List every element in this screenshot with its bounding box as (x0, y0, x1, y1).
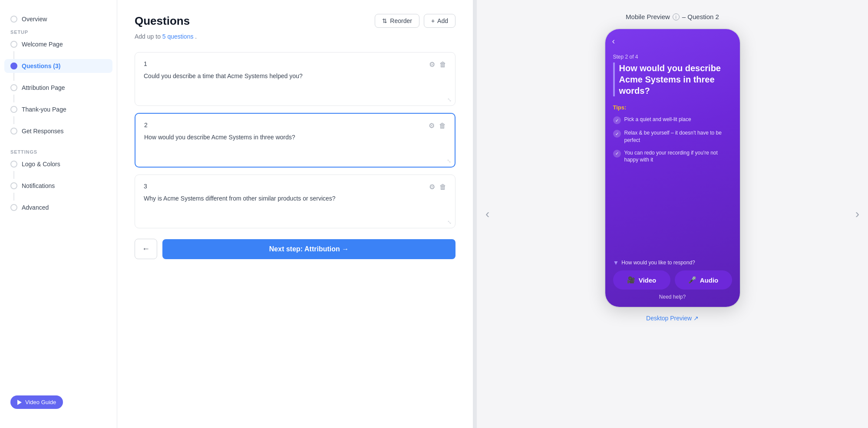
phone-video-button[interactable]: 🎥 Video (613, 270, 670, 290)
desktop-preview-link[interactable]: Desktop Preview ↗ (646, 315, 699, 322)
logo-colors-circle (10, 161, 17, 168)
preview-question-indicator: – Question 2 (682, 13, 719, 20)
phone-need-help: Need help? (613, 294, 732, 300)
next-button[interactable]: Next step: Attribution → (162, 239, 455, 259)
tip-text-3: You can redo your recording if you're no… (624, 149, 732, 164)
info-icon[interactable]: i (673, 13, 680, 20)
advanced-circle (10, 204, 17, 211)
sidebar-item-advanced[interactable]: Advanced (0, 201, 117, 214)
connector-1 (13, 51, 14, 59)
sidebar-item-logo-colors[interactable]: Logo & Colors (0, 157, 117, 171)
phone-screen: ‹ Step 2 of 4 How would you describe Acm… (605, 29, 740, 307)
settings-icon-3[interactable]: ⚙ (429, 183, 435, 191)
welcome-circle (10, 41, 17, 48)
preview-nav-left[interactable]: ‹ (481, 203, 494, 225)
audio-btn-label: Audio (700, 277, 719, 284)
back-button[interactable]: ← (135, 239, 157, 259)
phone-question-title: How would you describe Acme Systems in t… (613, 63, 732, 96)
phone-respond-label: ▼ How would you like to respond? (613, 259, 732, 266)
delete-icon-2[interactable]: 🗑 (439, 122, 446, 130)
question-1-text[interactable]: Could you describe a time that Acme Syst… (144, 72, 446, 98)
tip-text-2: Relax & be yourself – it doesn't have to… (624, 129, 732, 144)
resize-handle-1[interactable]: ⤡ (447, 97, 452, 103)
tip-check-3 (613, 150, 621, 158)
sidebar-item-notifications[interactable]: Notifications (0, 179, 117, 193)
preview-header-text: Mobile Preview (626, 13, 670, 20)
connector-6 (13, 193, 14, 201)
resize-handle-2[interactable]: ⤡ (447, 158, 451, 164)
delete-icon-3[interactable]: 🗑 (439, 183, 446, 191)
question-2-number: 2 (144, 122, 148, 128)
question-3-text[interactable]: Why is Acme Systems different from other… (144, 194, 446, 220)
attribution-circle (10, 84, 17, 91)
question-2-icons: ⚙ 🗑 (429, 122, 446, 130)
sidebar-item-overview[interactable]: Overview (0, 12, 117, 26)
connector-5 (13, 171, 14, 179)
phone-buttons: 🎥 Video 🎤 Audio (613, 270, 732, 290)
main-header: Questions ⇅ Reorder + Add (135, 14, 455, 28)
sidebar-item-get-responses[interactable]: Get Responses (0, 124, 117, 138)
tip-check-1 (613, 116, 621, 124)
respond-arrow-icon: ▼ (613, 259, 619, 266)
connector-3 (13, 95, 14, 102)
header-actions: ⇅ Reorder + Add (375, 14, 455, 28)
phone-respond-section: ▼ How would you like to respond? 🎥 Video… (613, 255, 732, 300)
welcome-label: Welcome Page (22, 41, 63, 48)
sidebar-bottom: Video Guide (0, 388, 117, 416)
question-3-header: 3 ⚙ 🗑 (144, 183, 446, 194)
question-2-text[interactable]: How would you describe Acme Systems in t… (144, 133, 446, 159)
get-responses-label: Get Responses (22, 128, 64, 135)
settings-icon-1[interactable]: ⚙ (429, 60, 435, 69)
reorder-icon: ⇅ (382, 17, 387, 24)
overview-circle (10, 16, 17, 23)
reorder-button[interactable]: ⇅ Reorder (375, 14, 419, 28)
advanced-label: Advanced (22, 204, 49, 211)
get-responses-circle (10, 128, 17, 135)
video-btn-label: Video (639, 277, 657, 284)
thankyou-circle (10, 106, 17, 113)
main-content: Questions ⇅ Reorder + Add Add up to 5 qu… (117, 0, 473, 428)
bottom-nav: ← Next step: Attribution → (135, 239, 455, 259)
phone-tips-label: Tips: (613, 104, 732, 111)
preview-header: Mobile Preview i – Question 2 (626, 13, 719, 20)
sidebar: Overview SETUP Welcome Page Questions (3… (0, 0, 117, 428)
subtitle-end: . (195, 33, 197, 40)
attribution-label: Attribution Page (22, 84, 65, 91)
question-card-2: 2 ⚙ 🗑 How would you describe Acme System… (135, 113, 455, 168)
video-icon: 🎥 (627, 276, 635, 284)
sidebar-item-welcome[interactable]: Welcome Page (0, 37, 117, 51)
settings-icon-2[interactable]: ⚙ (429, 122, 435, 130)
resize-handle-3[interactable]: ⤡ (447, 219, 452, 225)
phone-audio-button[interactable]: 🎤 Audio (675, 270, 732, 290)
delete-icon-1[interactable]: 🗑 (439, 61, 446, 69)
subtitle-link[interactable]: 5 questions (162, 33, 194, 40)
phone-tip-1: Pick a quiet and well-lit place (613, 116, 732, 124)
questions-label: Questions (3) (22, 63, 60, 69)
add-icon: + (431, 17, 435, 24)
main-divider (473, 0, 477, 428)
phone-tip-2: Relax & be yourself – it doesn't have to… (613, 129, 732, 144)
phone-frame: ‹ Step 2 of 4 How would you describe Acm… (605, 29, 740, 307)
video-guide-label: Video Guide (25, 399, 56, 405)
connector-2 (13, 73, 14, 81)
questions-circle (10, 63, 17, 69)
sidebar-item-thankyou[interactable]: Thank-you Page (0, 102, 117, 116)
question-1-header: 1 ⚙ 🗑 (144, 60, 446, 72)
play-icon (17, 400, 22, 405)
subtitle-text: Add up to (135, 33, 162, 40)
tip-check-2 (613, 130, 621, 138)
preview-nav-right[interactable]: › (851, 203, 864, 225)
phone-back-button[interactable]: ‹ (612, 36, 615, 46)
question-1-icons: ⚙ 🗑 (429, 60, 446, 69)
add-button[interactable]: + Add (424, 14, 455, 28)
phone-top-bar: ‹ (605, 29, 740, 49)
thankyou-label: Thank-you Page (22, 106, 66, 113)
question-3-number: 3 (144, 183, 147, 190)
video-guide-button[interactable]: Video Guide (10, 395, 63, 409)
notifications-circle (10, 182, 17, 189)
question-card-1: 1 ⚙ 🗑 Could you describe a time that Acm… (135, 52, 455, 106)
respond-label-text: How would you like to respond? (621, 260, 695, 266)
sidebar-item-questions[interactable]: Questions (3) (4, 59, 112, 73)
sidebar-item-attribution[interactable]: Attribution Page (0, 81, 117, 95)
tip-text-1: Pick a quiet and well-lit place (624, 116, 691, 123)
